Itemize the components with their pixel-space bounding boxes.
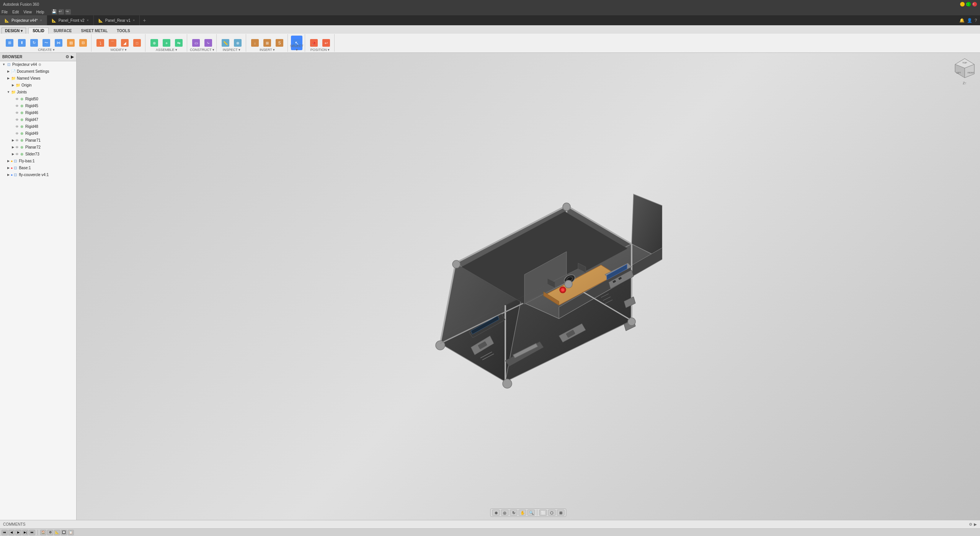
account-icon[interactable]: 👤 [967,18,972,23]
tree-item-named-views[interactable]: ▶ 📁 Named Views [0,75,76,82]
tab-panel-rear-close[interactable]: × [133,18,135,22]
tab-panel-front-close[interactable]: × [87,18,88,22]
tree-item-base[interactable]: ▶ ● ⊡ Base:1 [0,165,76,172]
origin-icon: 📁 [15,83,21,88]
tree-item-rigid48[interactable]: 👁 ⊕ Rigid48 [0,123,76,130]
viewport[interactable]: TOP LEFT FRONT Z↑ [77,53,980,520]
status-tool-2[interactable]: ⚙ [47,530,53,535]
browser-title: BROWSER [2,55,22,59]
rigid46-eye[interactable]: 👁 [15,110,19,116]
status-tool-4[interactable]: 🔲 [61,530,67,535]
tree-item-rigid47[interactable]: 👁 ⊕ Rigid47 [0,116,76,123]
redo-icon[interactable]: ↪ [65,9,71,15]
fit-view-btn[interactable]: ⊕ [492,510,500,516]
grid-btn[interactable]: ⊞ [557,510,565,516]
joints-icon: 📁 [11,90,16,95]
svg-point-28 [561,288,564,291]
next-btn[interactable]: ▶| [22,530,28,535]
zoom-btn[interactable]: 🔍 [528,510,535,516]
tree-item-doc-settings[interactable]: ▶ 📄 Document Settings [0,68,76,75]
orbit-btn[interactable]: ↻ [510,510,518,516]
ribbon-content: ⊞ ⬆ ↻ 〜 ⋈ [0,34,980,52]
tree-item-root[interactable]: ▼ ⊡ Projecteur v44 ⚙ [0,61,76,68]
tree-item-origin[interactable]: ▶ 📁 Origin [0,82,76,89]
tab-projecteur-close[interactable]: × [40,18,42,22]
notifications-icon[interactable]: 🔔 [959,18,965,23]
slider73-arrow: ▶ [11,151,15,157]
add-tab-button[interactable]: + [140,15,149,25]
tree-item-rigid46[interactable]: 👁 ⊕ Rigid46 [0,109,76,116]
ribbon-tab-surface[interactable]: SURFACE [49,28,76,34]
maximize-button[interactable]: □ [966,2,971,7]
go-to-start-btn[interactable]: ⏮ [2,530,8,535]
status-tool-5[interactable]: 📋 [68,530,74,535]
rigid47-eye[interactable]: 👁 [15,117,19,123]
tree-item-slider73[interactable]: ▶ 👁 ⊕ Slider73 [0,151,76,158]
status-tool-1[interactable]: 🏠 [40,530,46,535]
planar72-label: Planar72 [25,144,41,150]
close-button[interactable]: × [972,2,977,7]
pan-btn[interactable]: ✋ [519,510,526,516]
comments-expand-icon[interactable]: ▶ [974,522,977,526]
planar71-arrow: ▶ [11,137,15,144]
app-title: Autodesk Fusion 360 [3,2,39,7]
named-views-label: Named Views [17,75,41,82]
browser-settings-icon[interactable]: ⚙ [65,54,69,59]
menu-help[interactable]: Help [36,10,44,14]
browser-expand-icon[interactable]: ▶ [71,54,74,59]
ribbon-tab-tools[interactable]: TOOLS [113,28,134,34]
save-icon[interactable]: 💾 [52,9,57,15]
tree-item-rigid49[interactable]: 👁 ⊕ Rigid49 [0,130,76,137]
look-at-btn[interactable]: ◎ [501,510,509,516]
menu-view[interactable]: View [23,10,32,14]
ribbon-tab-solid[interactable]: SOLID [28,28,49,34]
planar71-label: Planar71 [25,137,41,144]
wireframe-btn[interactable]: ⬡ [548,510,556,516]
design-dropdown[interactable]: DESIGN ▾ [2,28,26,34]
menu-file[interactable]: File [2,10,8,14]
tree-item-fly-bas[interactable]: ▶ ● ⊡ Fly-bas:1 [0,158,76,165]
root-settings-cog[interactable]: ⚙ [38,62,41,68]
tab-panel-rear[interactable]: 📐 Panel_Rear v1 × [94,15,140,25]
planar71-eye[interactable]: 👁 [15,137,19,144]
status-tool-3[interactable]: 📐 [54,530,60,535]
tree-item-planar71[interactable]: ▶ 👁 ⊕ Planar71 [0,137,76,144]
rigid48-eye[interactable]: 👁 [15,124,19,130]
create-label: CREATE ▾ [2,48,91,52]
svg-point-46 [563,203,570,211]
view-cube[interactable]: TOP LEFT FRONT Z↑ [953,57,976,80]
slider73-eye[interactable]: 👁 [15,151,19,157]
go-to-end-btn[interactable]: ⏭ [29,530,35,535]
tab-panel-front[interactable]: 📐 Panel_Front v2 × [47,15,94,25]
ribbon-tab-sheetmetal[interactable]: SHEET METAL [77,28,112,34]
fly-couvercle-arrow: ▶ [6,172,11,178]
rigid50-eye[interactable]: 👁 [15,96,19,102]
tab-projecteur-label: Projecteur v44* [11,18,38,23]
rigid46-icon: ⊕ [19,110,24,116]
comments-bar: COMMENTS ⚙ ▶ [0,520,980,528]
tree-item-planar72[interactable]: ▶ 👁 ⊕ Planar72 [0,144,76,151]
play-btn[interactable]: ▶ [15,530,21,535]
rigid49-label: Rigid49 [25,131,38,137]
undo-icon[interactable]: ↩ [59,9,64,15]
prev-btn[interactable]: ◀ [8,530,15,535]
status-divider1 [38,530,38,535]
origin-label: Origin [21,82,32,88]
planar72-eye[interactable]: 👁 [15,144,19,150]
rigid48-label: Rigid48 [25,124,38,130]
display-mode-btn[interactable]: ⬜ [539,510,547,516]
comments-settings-icon[interactable]: ⚙ [969,522,972,526]
help-icon[interactable]: ? [975,18,977,23]
menu-edit[interactable]: Edit [12,10,19,14]
rigid49-eye[interactable]: 👁 [15,131,19,137]
named-views-icon: 📁 [11,76,16,81]
rigid45-eye[interactable]: 👁 [15,103,19,109]
tree-item-joints[interactable]: ▼ 📁 Joints [0,89,76,96]
named-views-arrow: ▶ [6,75,11,82]
tree-item-rigid50[interactable]: 👁 ⊕ Rigid50 [0,96,76,103]
tree-item-rigid45[interactable]: 👁 ⊕ Rigid45 [0,103,76,109]
tab-projecteur[interactable]: 📐 Projecteur v44* × [0,15,47,25]
tree-item-fly-couvercle[interactable]: ▶ ● ⊡ fly-couvercle v4:1 [0,172,76,178]
doc-settings-label: Document Settings [17,69,49,75]
minimize-button[interactable]: − [960,2,965,7]
